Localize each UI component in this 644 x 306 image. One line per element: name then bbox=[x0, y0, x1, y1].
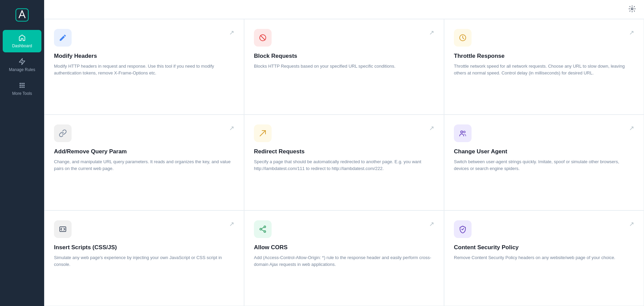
card-top: ↗ bbox=[454, 220, 634, 238]
svg-line-20 bbox=[262, 227, 264, 228]
share-icon bbox=[259, 225, 267, 233]
header bbox=[44, 0, 644, 19]
insert-scripts-desc: Simulate any web page's experience by in… bbox=[54, 254, 234, 268]
card-top: ↗ bbox=[454, 29, 634, 47]
content-security-policy-arrow: ↗ bbox=[629, 220, 634, 228]
insert-scripts-arrow: ↗ bbox=[229, 220, 234, 228]
sidebar-item-more-tools-label: More Tools bbox=[12, 91, 32, 96]
redirect-requests-icon-wrap bbox=[254, 124, 272, 142]
change-user-agent-desc: Switch between user-agent strings quickl… bbox=[454, 158, 634, 172]
tool-card-throttle-response[interactable]: ↗ Throttle Response Throttle network spe… bbox=[444, 19, 644, 115]
insert-scripts-title: Insert Scripts (CSS/JS) bbox=[54, 244, 234, 251]
redirect-icon bbox=[259, 129, 267, 137]
card-top: ↗ bbox=[54, 124, 234, 142]
svg-point-3 bbox=[23, 83, 24, 84]
allow-cors-title: Allow CORS bbox=[254, 244, 434, 251]
change-user-agent-arrow: ↗ bbox=[629, 124, 634, 132]
redirect-requests-desc: Specify a page that should be automatica… bbox=[254, 158, 434, 172]
block-requests-desc: Blocks HTTP Requests based on your speci… bbox=[254, 63, 434, 70]
sidebar-item-more-tools[interactable]: More Tools bbox=[0, 78, 44, 100]
insert-scripts-icon-wrap bbox=[54, 220, 72, 238]
svg-point-2 bbox=[22, 83, 23, 84]
main-content: ↗ Modify Headers Modify HTTP headers in … bbox=[44, 0, 644, 306]
card-top: ↗ bbox=[54, 220, 234, 238]
svg-line-21 bbox=[262, 230, 264, 231]
svg-point-7 bbox=[20, 87, 21, 88]
shield-icon bbox=[459, 225, 467, 233]
card-top: ↗ bbox=[454, 124, 634, 142]
modify-headers-desc: Modify HTTP headers in request and respo… bbox=[54, 63, 234, 76]
svg-line-12 bbox=[261, 36, 265, 40]
sidebar-item-dashboard-label: Dashboard bbox=[12, 44, 32, 48]
clock-icon bbox=[459, 34, 467, 42]
card-top: ↗ bbox=[254, 220, 434, 238]
link-icon bbox=[59, 129, 67, 137]
home-icon bbox=[18, 34, 26, 41]
card-top: ↗ bbox=[254, 124, 434, 142]
svg-point-5 bbox=[22, 85, 23, 86]
tool-card-add-remove-query-param[interactable]: ↗ Add/Remove Query Param Change, and man… bbox=[44, 115, 244, 210]
change-user-agent-title: Change User Agent bbox=[454, 148, 634, 155]
rules-icon bbox=[18, 58, 26, 65]
add-remove-query-param-desc: Change, and manipulate URL query paramet… bbox=[54, 158, 234, 172]
svg-point-15 bbox=[464, 131, 465, 133]
content-security-policy-icon-wrap bbox=[454, 220, 472, 238]
allow-cors-icon-wrap bbox=[254, 220, 272, 238]
card-top: ↗ bbox=[254, 29, 434, 47]
content-security-policy-title: Content Security Policy bbox=[454, 244, 634, 251]
svg-point-6 bbox=[23, 85, 24, 86]
redirect-requests-title: Redirect Requests bbox=[254, 148, 434, 155]
add-remove-query-param-title: Add/Remove Query Param bbox=[54, 148, 234, 155]
redirect-requests-arrow: ↗ bbox=[429, 124, 434, 132]
throttle-response-desc: Throttle network speed for all network r… bbox=[454, 63, 634, 76]
tool-card-allow-cors[interactable]: ↗ Allow CORS Add (Access-Control-Allow-O… bbox=[244, 210, 444, 306]
change-user-agent-icon-wrap bbox=[454, 124, 472, 142]
svg-point-8 bbox=[22, 87, 23, 88]
tool-card-insert-scripts[interactable]: ↗ Insert Scripts (CSS/JS) Simulate any w… bbox=[44, 210, 244, 306]
svg-point-9 bbox=[23, 87, 24, 88]
tool-card-content-security-policy[interactable]: ↗ Content Security Policy Remove Content… bbox=[444, 210, 644, 306]
tool-card-redirect-requests[interactable]: ↗ Redirect Requests Specify a page that … bbox=[244, 115, 444, 210]
logo bbox=[13, 5, 32, 24]
tools-icon bbox=[18, 82, 26, 89]
pencil-icon bbox=[59, 34, 67, 42]
tool-card-change-user-agent[interactable]: ↗ Change User Agent Switch between user-… bbox=[444, 115, 644, 210]
throttle-response-title: Throttle Response bbox=[454, 53, 634, 60]
sidebar-item-manage-rules-label: Manage Rules bbox=[9, 67, 35, 72]
block-icon bbox=[259, 34, 267, 42]
modify-headers-icon-wrap bbox=[54, 29, 72, 47]
svg-point-10 bbox=[631, 8, 633, 10]
content-security-policy-desc: Remove Content Security Policy headers o… bbox=[454, 254, 634, 261]
tool-card-modify-headers[interactable]: ↗ Modify Headers Modify HTTP headers in … bbox=[44, 19, 244, 115]
allow-cors-desc: Add (Access-Control-Allow-Origin: *) rul… bbox=[254, 254, 434, 268]
allow-cors-arrow: ↗ bbox=[429, 220, 434, 228]
add-remove-query-param-icon-wrap bbox=[54, 124, 72, 142]
sidebar-item-dashboard[interactable]: Dashboard bbox=[3, 30, 41, 52]
add-remove-query-param-arrow: ↗ bbox=[229, 124, 234, 132]
throttle-response-arrow: ↗ bbox=[629, 29, 634, 36]
modify-headers-title: Modify Headers bbox=[54, 53, 234, 60]
tool-grid: ↗ Modify Headers Modify HTTP headers in … bbox=[44, 19, 644, 306]
sidebar: Dashboard Manage Rules More Tools bbox=[0, 0, 44, 306]
settings-icon[interactable] bbox=[628, 5, 636, 14]
users-icon bbox=[459, 129, 467, 137]
block-requests-arrow: ↗ bbox=[429, 29, 434, 36]
sidebar-item-manage-rules[interactable]: Manage Rules bbox=[0, 54, 44, 76]
code-icon bbox=[59, 225, 67, 233]
block-requests-title: Block Requests bbox=[254, 53, 434, 60]
svg-point-1 bbox=[20, 83, 21, 84]
throttle-response-icon-wrap bbox=[454, 29, 472, 47]
card-top: ↗ bbox=[54, 29, 234, 47]
tool-card-block-requests[interactable]: ↗ Block Requests Blocks HTTP Requests ba… bbox=[244, 19, 444, 115]
modify-headers-arrow: ↗ bbox=[229, 29, 234, 36]
svg-point-14 bbox=[461, 131, 463, 133]
svg-point-4 bbox=[20, 85, 21, 86]
block-requests-icon-wrap bbox=[254, 29, 272, 47]
